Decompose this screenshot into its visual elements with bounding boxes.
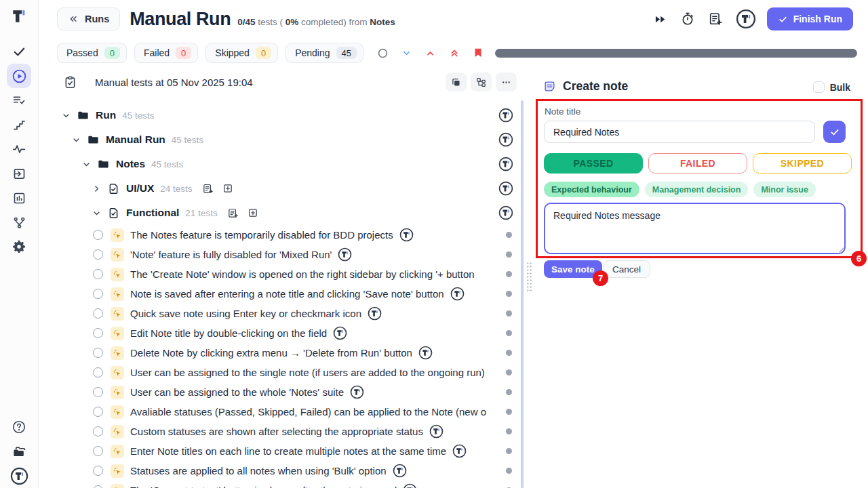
test-status-radio[interactable] [93, 328, 103, 338]
test-status-radio[interactable] [93, 407, 103, 417]
test-row[interactable]: Enter Note titles on each line to create… [39, 441, 521, 461]
testomat-badge-icon[interactable] [350, 385, 364, 399]
test-row[interactable]: User can be assigned to the single note … [39, 363, 521, 382]
testomat-badge-icon[interactable] [399, 228, 414, 242]
testomat-badge-icon[interactable] [498, 132, 513, 147]
note-tag[interactable]: Management decision [645, 182, 749, 197]
projects-icon[interactable] [7, 439, 31, 464]
filter-chip[interactable]: Skipped 0 [205, 43, 278, 63]
testomat-badge-icon[interactable] [418, 346, 433, 360]
testomat-badge-icon[interactable] [333, 326, 347, 340]
test-row[interactable]: Edit Note title by double-clicking on th… [39, 323, 521, 343]
note-title-input[interactable] [544, 121, 815, 143]
status-button-failed[interactable]: FAILED [648, 153, 747, 174]
add-test-icon[interactable] [222, 183, 233, 194]
test-status-radio[interactable] [93, 426, 103, 436]
add-note-icon[interactable] [202, 183, 214, 195]
tree-suite-row[interactable]: Run 45 tests [39, 103, 521, 127]
add-note-icon[interactable] [227, 207, 239, 219]
test-row[interactable]: The Notes feature is temporarily disable… [39, 225, 521, 245]
bulk-checkbox[interactable]: Bulk [813, 81, 850, 93]
expander-icon[interactable] [71, 135, 81, 145]
test-row[interactable]: Avaliable statuses (Passed, Skipped, Fai… [39, 402, 521, 422]
test-row[interactable]: Custom statuses are shown after selectin… [39, 422, 521, 441]
testomat-badge-icon[interactable] [338, 247, 352, 262]
test-row[interactable]: Delete Note by clicking extra menu → 'De… [39, 343, 521, 363]
sidebar-item-runs[interactable] [7, 64, 31, 88]
sidebar-item-branches[interactable] [7, 210, 31, 235]
test-status-radio[interactable] [93, 446, 103, 456]
add-test-icon[interactable] [248, 207, 258, 218]
test-status-radio[interactable] [93, 230, 103, 240]
filter-chip[interactable]: Pending 45 [285, 43, 363, 63]
testomat-badge-icon[interactable] [498, 181, 513, 196]
sidebar-item-analytics[interactable] [7, 186, 31, 210]
caret-up-icon[interactable] [418, 47, 442, 59]
back-to-runs-button[interactable]: Runs [57, 7, 120, 30]
test-row[interactable]: Note is saved after entering a note titl… [39, 284, 521, 304]
test-row[interactable]: Statuses are applied to all notes when u… [39, 461, 521, 481]
expander-icon[interactable] [92, 184, 101, 194]
tree-suite-row[interactable]: Functional 21 tests [39, 201, 521, 225]
sidebar-item-settings[interactable] [7, 235, 31, 259]
expander-icon[interactable] [61, 110, 71, 121]
bookmark-icon[interactable] [466, 47, 490, 59]
tree-suite-row[interactable]: Manual Run 45 tests [39, 127, 521, 152]
expander-icon[interactable] [81, 159, 91, 169]
bulk-checkbox-box[interactable] [813, 81, 825, 93]
tree-suite-row[interactable]: UI/UX 24 tests [39, 176, 521, 201]
test-row[interactable]: The 'Create Note' window is opened on th… [39, 264, 521, 284]
test-status-radio[interactable] [93, 249, 103, 260]
testomat-badge-icon[interactable] [393, 464, 407, 478]
stopwatch-icon[interactable] [680, 12, 695, 26]
circle-status-icon[interactable] [371, 47, 395, 60]
filter-chip[interactable]: Passed 0 [57, 43, 127, 63]
expander-icon[interactable] [92, 208, 101, 218]
panel-resize-handle[interactable] [526, 262, 532, 291]
tree-suite-row[interactable]: Notes 45 tests [39, 152, 521, 176]
status-button-passed[interactable]: PASSED [544, 153, 643, 174]
test-row[interactable]: User can be assigned to the whole 'Notes… [39, 382, 521, 402]
test-status-radio[interactable] [93, 348, 103, 358]
testomat-badge-icon[interactable] [498, 157, 513, 171]
copy-icon[interactable] [446, 73, 467, 92]
note-message-textarea[interactable]: Required Notes message [544, 203, 846, 254]
status-button-skipped[interactable]: SKIPPED [753, 153, 852, 174]
test-status-radio[interactable] [93, 289, 103, 299]
sidebar-item-plans[interactable] [7, 88, 31, 113]
test-row[interactable]: The 'Convert to test' button is shown af… [39, 481, 521, 488]
help-icon[interactable] [7, 415, 31, 439]
resize-handle-icon[interactable] [837, 245, 844, 253]
test-status-radio[interactable] [93, 466, 103, 476]
double-caret-up-icon[interactable] [442, 47, 466, 59]
test-row[interactable]: Quick save note using Enter key or check… [39, 304, 521, 323]
testomat-badge-icon[interactable] [498, 108, 513, 123]
hierarchy-icon[interactable] [471, 73, 492, 92]
testomat-badge-icon[interactable] [429, 424, 443, 439]
testomat-badge-icon[interactable] [368, 306, 382, 321]
quick-save-check-button[interactable] [823, 121, 846, 143]
cancel-button[interactable]: Cancel [603, 260, 650, 278]
more-options-icon[interactable] [496, 73, 517, 92]
test-status-radio[interactable] [93, 485, 103, 488]
note-tag[interactable]: Minor issue [753, 182, 815, 197]
test-status-radio[interactable] [93, 387, 103, 397]
test-status-radio[interactable] [93, 269, 103, 279]
note-add-icon[interactable] [708, 12, 723, 26]
testomat-badge-icon[interactable] [403, 483, 417, 488]
testomat-badge-icon[interactable] [450, 287, 465, 301]
test-row[interactable]: 'Note' feature is fully disabled for 'Mi… [39, 245, 521, 264]
app-logo-icon[interactable] [9, 7, 28, 26]
testomat-badge-icon[interactable] [452, 444, 467, 458]
chevron-down-icon[interactable] [395, 47, 418, 59]
test-status-radio[interactable] [93, 367, 103, 378]
testomat-logo-icon[interactable] [736, 9, 756, 29]
note-tag[interactable]: Expected behaviour [544, 182, 639, 197]
tree-scrollbar[interactable] [521, 100, 524, 488]
fast-forward-icon[interactable] [653, 12, 667, 26]
test-status-radio[interactable] [93, 308, 103, 319]
testomat-badge-icon[interactable] [498, 205, 513, 220]
filter-chip[interactable]: Failed 0 [134, 43, 198, 63]
account-logo-icon[interactable] [7, 464, 31, 488]
sidebar-item-import[interactable] [7, 161, 31, 186]
